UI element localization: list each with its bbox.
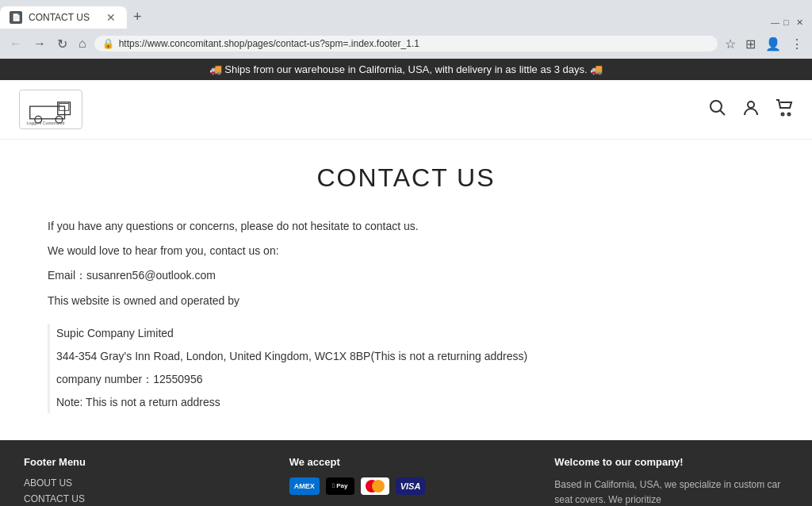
mastercard-icon xyxy=(361,477,389,495)
svg-point-11 xyxy=(748,102,754,108)
footer-menu-title: Footer Menu xyxy=(24,456,258,468)
address-actions: ☆ ⊞ 👤 ⋮ xyxy=(722,34,806,54)
svg-line-10 xyxy=(720,110,725,115)
profile-button[interactable]: 👤 xyxy=(763,34,783,54)
svg-text:—: — xyxy=(771,17,779,27)
footer-welcome-col: Welcome to our company! Based in Califor… xyxy=(554,456,788,507)
footer-welcome-title: Welcome to our company! xyxy=(554,456,788,468)
company-number-label: company number： xyxy=(56,373,153,385)
company-address: 344-354 Gray's Inn Road, London, United … xyxy=(56,347,764,366)
window-controls: — □ ✕ xyxy=(763,16,812,29)
svg-point-12 xyxy=(782,113,784,115)
intro-line-1: If you have any questions or concerns, p… xyxy=(48,217,764,236)
lock-icon: 🔒 xyxy=(102,38,114,49)
footer-link-contact[interactable]: CONTACT US xyxy=(24,493,258,504)
footer-welcome-text: Based in California, USA, we specialize … xyxy=(554,477,788,507)
address-bar[interactable]: 🔒 https://www.concomitant.shop/pages/con… xyxy=(94,36,718,52)
reload-button[interactable]: ↻ xyxy=(54,33,71,55)
home-button[interactable]: ⌂ xyxy=(75,33,90,54)
note-line: Note: This is not a return address xyxy=(56,393,764,412)
footer-menu-col: Footer Menu ABOUT US CONTACT US xyxy=(24,456,258,507)
tab-bar: 📄 CONTACT US ✕ + — □ ✕ xyxy=(0,0,812,29)
intro-line-2: We would love to hear from you, contact … xyxy=(48,241,764,261)
email-label: Email： xyxy=(48,269,86,282)
company-block: Supic Company Limited 344-354 Gray's Inn… xyxy=(48,324,764,413)
menu-button[interactable]: ⋮ xyxy=(788,34,806,54)
footer-payment-col: We accept AMEX  Pay VISA xyxy=(289,456,523,507)
svg-text:✕: ✕ xyxy=(796,17,803,27)
back-button[interactable]: ← xyxy=(6,33,25,54)
header-icons xyxy=(709,99,793,121)
svg-point-13 xyxy=(788,113,791,115)
cart-button[interactable] xyxy=(776,99,793,121)
new-tab-button[interactable]: + xyxy=(127,6,148,29)
company-number-value: 12550956 xyxy=(153,373,202,385)
svg-rect-7 xyxy=(59,104,69,111)
company-name: Supic Company Limited xyxy=(56,324,764,343)
email-line: Email：susanren56@outlook.com xyxy=(48,266,764,286)
extensions-button[interactable]: ⊞ xyxy=(743,34,758,54)
announcement-bar: 🚚 Ships from our warehouse in California… xyxy=(0,59,812,80)
svg-rect-4 xyxy=(58,102,71,115)
email-value: susanren56@outlook.com xyxy=(86,269,216,282)
active-tab[interactable]: 📄 CONTACT US ✕ xyxy=(0,6,127,29)
search-button[interactable] xyxy=(709,99,726,121)
site-header: Loggent Customized xyxy=(0,80,812,140)
footer: Footer Menu ABOUT US CONTACT US We accep… xyxy=(0,440,812,507)
ownership-line: This website is owned and operated by xyxy=(48,291,764,311)
address-bar-row: ← → ↻ ⌂ 🔒 https://www.concomitant.shop/p… xyxy=(0,29,812,59)
tab-title: CONTACT US xyxy=(29,12,98,23)
payment-icons: AMEX  Pay VISA xyxy=(289,477,523,495)
svg-point-9 xyxy=(710,101,722,112)
main-content: CONTACT US If you have any questions or … xyxy=(0,140,812,440)
company-number: company number：12550956 xyxy=(56,370,764,389)
svg-text:□: □ xyxy=(783,17,789,27)
applepay-icon:  Pay xyxy=(326,477,354,495)
footer-link-about[interactable]: ABOUT US xyxy=(24,477,258,489)
footer-payment-title: We accept xyxy=(289,456,523,468)
tab-close-button[interactable]: ✕ xyxy=(105,10,117,25)
page-title: CONTACT US xyxy=(48,163,764,193)
account-button[interactable] xyxy=(742,99,760,121)
logo-area[interactable]: Loggent Customized xyxy=(19,90,82,129)
announcement-text: 🚚 Ships from our warehouse in California… xyxy=(209,63,603,75)
svg-text:Loggent Customized: Loggent Customized xyxy=(26,121,64,125)
browser-chrome: 📄 CONTACT US ✕ + — □ ✕ ← → ↻ ⌂ 🔒 https:/… xyxy=(0,0,812,59)
contact-body: If you have any questions or concerns, p… xyxy=(48,217,764,413)
forward-button[interactable]: → xyxy=(30,33,49,54)
site-logo[interactable]: Loggent Customized xyxy=(19,90,82,129)
url-text: https://www.concomitant.shop/pages/conta… xyxy=(119,38,419,49)
amex-icon: AMEX xyxy=(289,477,320,495)
visa-icon: VISA xyxy=(396,477,426,495)
bookmark-button[interactable]: ☆ xyxy=(722,34,738,54)
tab-favicon: 📄 xyxy=(10,11,22,24)
